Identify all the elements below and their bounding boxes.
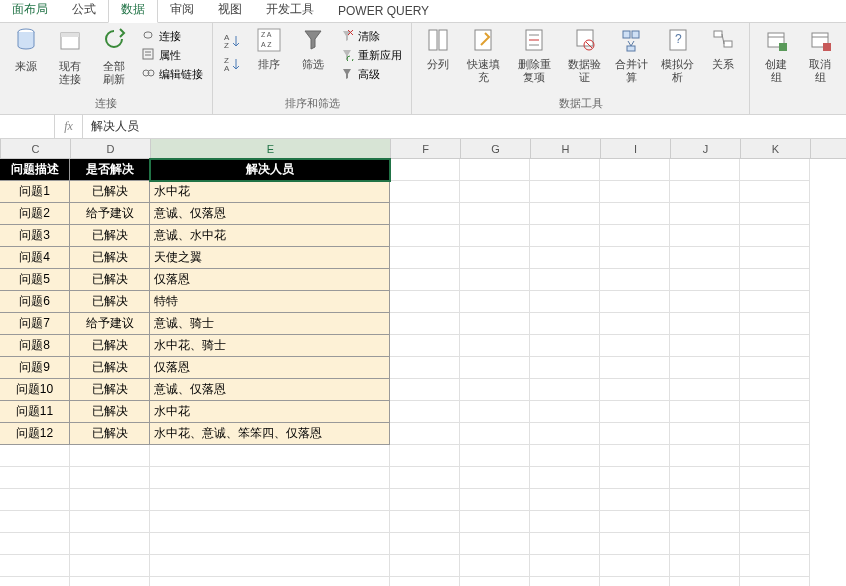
tab-powerquery[interactable]: POWER QUERY [326,1,441,22]
cell-solved[interactable]: 已解决 [70,423,150,445]
cell[interactable] [390,533,460,555]
cell[interactable] [460,467,530,489]
cell-desc[interactable]: 问题10 [0,379,70,401]
cell[interactable] [600,181,670,203]
source-button[interactable]: 来源 [6,25,46,75]
cell-desc[interactable]: 问题1 [0,181,70,203]
cell[interactable] [740,313,810,335]
cell[interactable] [740,291,810,313]
cell[interactable] [740,467,810,489]
cell[interactable] [0,577,70,586]
cell[interactable] [460,379,530,401]
sort-asc-button[interactable]: AZ [219,31,245,53]
cell[interactable] [530,203,600,225]
cell-people[interactable]: 水中花、意诚、笨笨四、仅落恩 [150,423,390,445]
cell[interactable] [390,269,460,291]
cell[interactable] [0,489,70,511]
cell[interactable] [600,401,670,423]
cell[interactable] [740,247,810,269]
cell[interactable] [740,159,810,181]
cell[interactable] [600,291,670,313]
cell[interactable] [150,555,390,577]
cell[interactable] [390,159,460,181]
connections-button[interactable]: 连接 [138,27,206,45]
cell[interactable] [600,269,670,291]
cell[interactable] [670,225,740,247]
cell[interactable] [390,247,460,269]
col-header-h[interactable]: H [531,139,601,158]
name-box[interactable] [0,115,55,138]
cell[interactable] [740,269,810,291]
cell[interactable] [390,335,460,357]
cell[interactable] [460,291,530,313]
ungroup-button[interactable]: 取消组 [800,25,840,85]
cell[interactable] [670,467,740,489]
col-header-d[interactable]: D [71,139,151,158]
cell[interactable] [670,203,740,225]
cell-solved[interactable]: 已解决 [70,225,150,247]
refresh-all-button[interactable]: 全部刷新 [94,25,134,87]
cell[interactable] [530,401,600,423]
cell-people[interactable]: 水中花 [150,401,390,423]
cell-solved[interactable]: 已解决 [70,181,150,203]
relations-button[interactable]: 关系 [703,25,743,73]
cell[interactable] [670,489,740,511]
cell[interactable] [150,533,390,555]
cell[interactable] [390,313,460,335]
cell[interactable] [390,291,460,313]
col-header-i[interactable]: I [601,139,671,158]
cell[interactable] [530,379,600,401]
cell[interactable] [530,225,600,247]
cell[interactable] [70,511,150,533]
cell[interactable] [740,533,810,555]
cell-people[interactable]: 仅落恩 [150,269,390,291]
cell[interactable] [740,489,810,511]
consolidate-button[interactable]: 合并计算 [610,25,652,85]
cell[interactable] [670,181,740,203]
cell-solved[interactable]: 已解决 [70,291,150,313]
cell[interactable] [670,335,740,357]
cell-people[interactable]: 意诚、仅落恩 [150,379,390,401]
col-header-e[interactable]: E [151,139,391,158]
cell[interactable] [390,225,460,247]
cell[interactable] [70,533,150,555]
cell[interactable] [460,445,530,467]
cell[interactable] [740,555,810,577]
cell[interactable] [530,555,600,577]
cell[interactable] [670,555,740,577]
cell[interactable] [740,379,810,401]
cell[interactable] [150,467,390,489]
cell[interactable] [460,555,530,577]
cell[interactable] [600,247,670,269]
cell[interactable] [670,533,740,555]
cell[interactable] [0,467,70,489]
cell[interactable] [390,511,460,533]
cell[interactable] [70,489,150,511]
tab-layout[interactable]: 面布局 [0,0,60,22]
cell[interactable] [530,357,600,379]
cell[interactable] [390,445,460,467]
tab-data[interactable]: 数据 [108,0,158,23]
cell[interactable] [740,423,810,445]
cell-desc[interactable]: 问题11 [0,401,70,423]
cell[interactable] [740,445,810,467]
cell[interactable] [670,511,740,533]
cell[interactable] [600,511,670,533]
cell-solved[interactable]: 给予建议 [70,313,150,335]
cell[interactable] [460,401,530,423]
cell[interactable] [460,181,530,203]
cell[interactable] [150,577,390,586]
cell[interactable] [390,423,460,445]
col-header-g[interactable]: G [461,139,531,158]
col-header-k[interactable]: K [741,139,811,158]
cell[interactable] [670,291,740,313]
cell-desc[interactable]: 问题7 [0,313,70,335]
cell[interactable] [390,467,460,489]
cell[interactable] [740,357,810,379]
cell-desc[interactable]: 问题2 [0,203,70,225]
cell[interactable] [530,423,600,445]
existing-conn-button[interactable]: 现有连接 [50,25,90,87]
cell[interactable] [460,203,530,225]
cell-desc[interactable]: 问题6 [0,291,70,313]
cell[interactable] [390,357,460,379]
